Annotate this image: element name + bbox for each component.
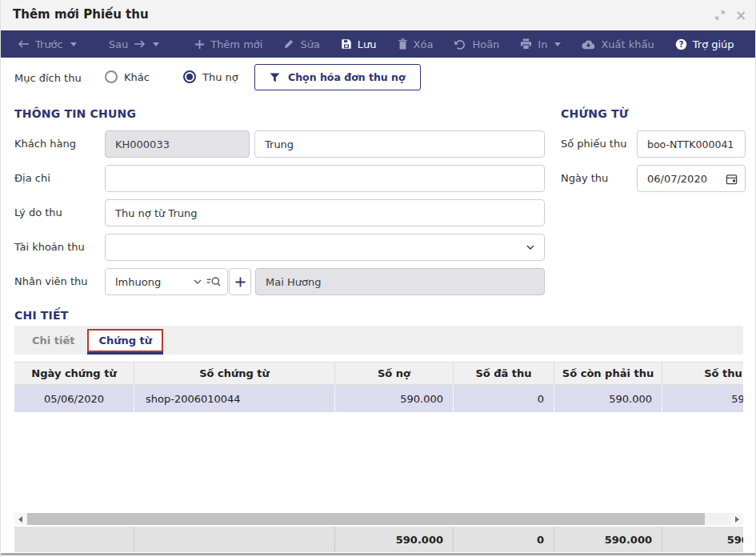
chevron-down-icon [153, 42, 159, 46]
chevron-down-icon [194, 279, 202, 285]
question-circle-icon: ? [675, 38, 687, 50]
detail-tabstrip: Chi tiết Chứng từ [14, 326, 743, 355]
plus-icon [194, 39, 205, 50]
total-so-da-thu: 0 [454, 527, 554, 552]
scrollbar-thumb[interactable] [27, 513, 705, 525]
total-empty [14, 527, 134, 552]
column-header[interactable]: Số nợ [335, 363, 454, 384]
cloud-download-icon [582, 39, 595, 50]
account-label: Tài khoản thu [14, 241, 85, 253]
close-button[interactable]: Đóng [745, 30, 756, 58]
printer-icon [520, 38, 532, 50]
toolbar: Trước Sau Thêm mới Sửa Lưu Xóa Hoãn [1, 30, 756, 58]
help-button[interactable]: ? Trợ giúp [665, 30, 745, 58]
scroll-left-button[interactable] [14, 513, 26, 525]
save-button[interactable]: Lưu [330, 30, 387, 58]
trash-icon [398, 38, 408, 50]
cell-so-thu: 590.000 [662, 385, 743, 412]
choose-debt-invoice-button[interactable]: Chọn hóa đơn thu nợ [254, 64, 421, 90]
column-header[interactable]: Số đã thu [454, 363, 554, 384]
undo-button[interactable]: Hoãn [443, 30, 510, 58]
floppy-disk-icon [341, 38, 352, 50]
pencil-icon [283, 38, 294, 50]
column-header[interactable]: Số thu [662, 363, 743, 384]
prev-button[interactable]: Trước [7, 30, 87, 58]
column-header[interactable]: Số chứng từ [134, 363, 335, 384]
window-bottom-edge [1, 553, 756, 555]
grid-header-row: Ngày chứng từ Số chứng từ Số nợ Số đã th… [14, 362, 743, 385]
add-staff-button[interactable] [229, 268, 251, 295]
totals-row: 590.000 0 590.000 590.000 [14, 527, 743, 552]
print-button[interactable]: In [510, 30, 571, 58]
radio-option-khac[interactable]: Khác [105, 70, 150, 83]
dialog-title: Thêm mới Phiếu thu [13, 7, 149, 22]
receipt-no-field[interactable]: boo-NTTK000041 [637, 130, 746, 158]
chevron-down-icon [526, 245, 534, 250]
receipt-date-field[interactable]: 06/07/2020 [637, 165, 746, 192]
general-info-heading: THÔNG TIN CHUNG [14, 107, 136, 120]
triangle-left-icon [18, 516, 22, 523]
cell-so-con-phai-thu: 590.000 [554, 385, 662, 412]
scroll-right-button[interactable] [731, 513, 743, 525]
total-empty [134, 527, 335, 552]
cell-so-chung-tu: shop-2006010044 [134, 385, 335, 412]
customer-label: Khách hàng [14, 138, 76, 150]
staff-name-field: Mai Hương [255, 268, 545, 295]
calendar-icon[interactable] [726, 173, 738, 185]
receipt-dialog: Thêm mới Phiếu thu × Trước Sau Thêm mới … [0, 0, 756, 557]
purpose-label: Mục đích thu [14, 72, 82, 84]
export-button[interactable]: Xuất khẩu [571, 30, 664, 58]
chevron-down-icon [70, 42, 77, 46]
tab-chi-tiet[interactable]: Chi tiết [22, 330, 84, 351]
expand-icon[interactable] [714, 9, 726, 22]
lookup-search-icon[interactable] [206, 276, 221, 287]
cell-so-da-thu: 0 [454, 385, 554, 412]
filter-icon [270, 73, 280, 82]
title-bar: Thêm mới Phiếu thu × [1, 0, 756, 30]
document-heading: CHỨNG TỪ [561, 107, 629, 120]
svg-text:?: ? [678, 39, 683, 48]
column-header[interactable]: Số còn phải thu [554, 363, 662, 384]
radio-checked-icon [183, 70, 196, 83]
total-so-thu: 590.000 [662, 527, 743, 552]
close-icon[interactable]: × [734, 9, 747, 22]
cell-ngay-chung-tu: 05/06/2020 [14, 385, 134, 412]
radio-icon [105, 70, 118, 83]
chevron-down-icon [554, 42, 561, 46]
total-so-no: 590.000 [335, 527, 454, 552]
cell-so-no: 590.000 [335, 385, 454, 412]
arrow-right-icon [134, 39, 146, 49]
customer-name-field[interactable]: Trung [254, 130, 545, 158]
next-button[interactable]: Sau [98, 30, 170, 58]
horizontal-scrollbar[interactable] [14, 513, 743, 525]
address-field[interactable] [105, 165, 545, 192]
edit-button[interactable]: Sửa [273, 30, 330, 58]
tab-chung-tu[interactable]: Chứng từ [87, 329, 163, 352]
address-label: Địa chỉ [14, 172, 50, 184]
triangle-right-icon [735, 516, 739, 523]
arrow-left-icon [18, 39, 30, 49]
column-header[interactable]: Ngày chứng từ [14, 363, 134, 384]
documents-grid: Ngày chứng từ Số chứng từ Số nợ Số đã th… [14, 362, 743, 512]
staff-combo[interactable]: lmhuong [105, 268, 228, 295]
customer-code-field: KH000033 [105, 130, 250, 158]
total-so-con-phai-thu: 590.000 [554, 527, 662, 552]
table-row[interactable]: 05/06/2020 shop-2006010044 590.000 0 590… [14, 385, 743, 412]
undo-icon [454, 39, 466, 50]
delete-button[interactable]: Xóa [387, 30, 444, 58]
staff-label: Nhân viên thu [14, 275, 88, 287]
account-select[interactable] [105, 234, 545, 261]
reason-label: Lý do thu [14, 206, 62, 218]
detail-heading: CHI TIẾT [14, 309, 69, 322]
receipt-no-label: Số phiếu thu [561, 138, 626, 150]
radio-option-thu-no[interactable]: Thu nợ [183, 70, 238, 83]
plus-icon [235, 277, 246, 287]
receipt-date-label: Ngày thu [561, 172, 608, 184]
reason-field[interactable]: Thu nợ từ Trung [105, 199, 545, 226]
add-new-button[interactable]: Thêm mới [184, 30, 273, 58]
